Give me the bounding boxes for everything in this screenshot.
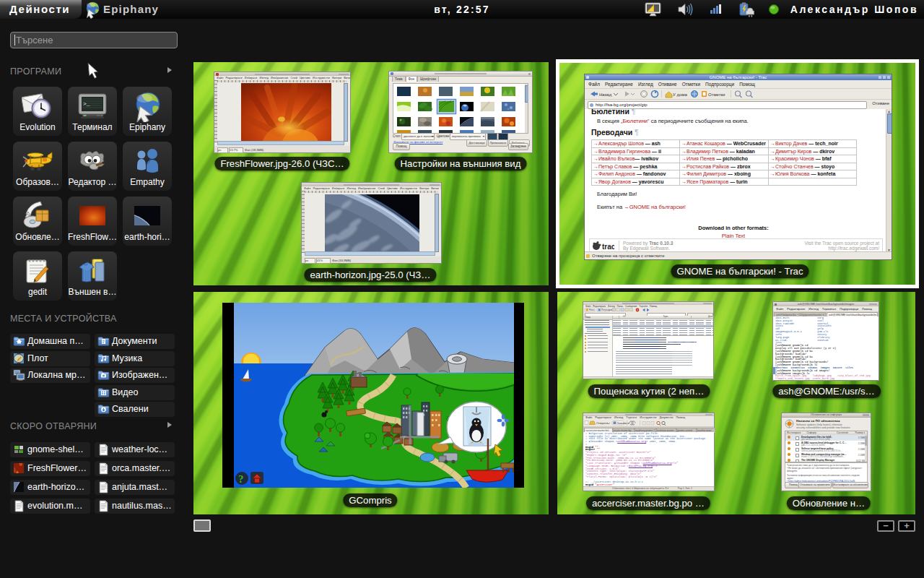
svg-text:У дома: У дома bbox=[673, 92, 687, 97]
svg-text:Назад: Назад bbox=[599, 92, 612, 97]
svg-text:trac: trac bbox=[602, 243, 614, 251]
svg-text:>_: >_ bbox=[83, 100, 90, 107]
svg-text:Отметки: Отметки bbox=[708, 92, 725, 97]
svg-text:Изпращане: Изпращане bbox=[601, 309, 613, 311]
svg-text:?: ? bbox=[238, 473, 244, 485]
svg-text:Ново: Ново bbox=[589, 309, 594, 311]
svg-text:Отваряне: Отваряне bbox=[596, 422, 608, 425]
svg-text:Запазване: Запазване bbox=[617, 422, 630, 425]
